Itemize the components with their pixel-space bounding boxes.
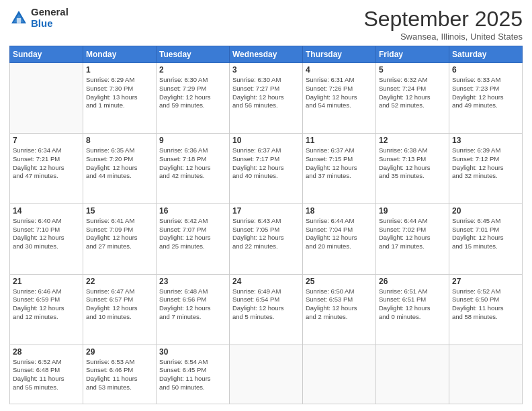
cell-info: Sunrise: 6:50 AMSunset: 6:53 PMDaylight:…: [306, 287, 373, 322]
cell-info: Sunrise: 6:38 AMSunset: 7:13 PMDaylight:…: [379, 146, 446, 181]
cell-info: Sunrise: 6:34 AMSunset: 7:21 PMDaylight:…: [13, 146, 80, 181]
calendar-cell: 16Sunrise: 6:42 AMSunset: 7:07 PMDayligh…: [157, 203, 230, 274]
day-number: 10: [232, 136, 300, 145]
calendar-cell: 26Sunrise: 6:51 AMSunset: 6:51 PMDayligh…: [376, 274, 449, 345]
week-row-1: 1Sunrise: 6:29 AMSunset: 7:30 PMDaylight…: [10, 63, 523, 134]
week-row-5: 28Sunrise: 6:52 AMSunset: 6:48 PMDayligh…: [10, 345, 523, 404]
day-number: 25: [306, 277, 373, 286]
calendar-cell: 15Sunrise: 6:41 AMSunset: 7:09 PMDayligh…: [83, 203, 157, 274]
cell-info: Sunrise: 6:47 AMSunset: 6:57 PMDaylight:…: [86, 287, 153, 322]
weekday-header-thursday: Thursday: [303, 46, 376, 63]
calendar-cell: [230, 345, 303, 404]
day-number: 12: [379, 136, 446, 145]
cell-info: Sunrise: 6:44 AMSunset: 7:04 PMDaylight:…: [306, 217, 373, 251]
calendar-cell: 29Sunrise: 6:53 AMSunset: 6:46 PMDayligh…: [83, 345, 157, 404]
calendar-cell: 9Sunrise: 6:36 AMSunset: 7:18 PMDaylight…: [157, 133, 230, 203]
calendar-cell: 17Sunrise: 6:43 AMSunset: 7:05 PMDayligh…: [230, 203, 303, 274]
cell-info: Sunrise: 6:42 AMSunset: 7:07 PMDaylight:…: [159, 217, 226, 251]
cell-info: Sunrise: 6:41 AMSunset: 7:09 PMDaylight:…: [86, 217, 153, 251]
day-number: 26: [379, 277, 446, 286]
calendar-cell: 10Sunrise: 6:37 AMSunset: 7:17 PMDayligh…: [230, 133, 303, 203]
calendar-cell: [376, 345, 449, 404]
cell-info: Sunrise: 6:44 AMSunset: 7:02 PMDaylight:…: [379, 217, 446, 251]
header-row: SundayMondayTuesdayWednesdayThursdayFrid…: [10, 46, 523, 63]
cell-info: Sunrise: 6:48 AMSunset: 6:56 PMDaylight:…: [159, 287, 226, 322]
weekday-header-saturday: Saturday: [449, 46, 523, 63]
cell-info: Sunrise: 6:39 AMSunset: 7:12 PMDaylight:…: [452, 146, 519, 181]
cell-info: Sunrise: 6:31 AMSunset: 7:26 PMDaylight:…: [306, 76, 373, 110]
day-number: 2: [159, 65, 226, 75]
page: General Blue September 2025 Swansea, Ill…: [0, 0, 532, 411]
calendar-cell: 21Sunrise: 6:46 AMSunset: 6:59 PMDayligh…: [10, 274, 83, 345]
cell-info: Sunrise: 6:30 AMSunset: 7:29 PMDaylight:…: [159, 76, 226, 110]
cell-info: Sunrise: 6:36 AMSunset: 7:18 PMDaylight:…: [159, 146, 226, 181]
cell-info: Sunrise: 6:53 AMSunset: 6:46 PMDaylight:…: [86, 358, 153, 392]
logo: General Blue: [9, 7, 69, 29]
cell-info: Sunrise: 6:40 AMSunset: 7:10 PMDaylight:…: [13, 217, 80, 251]
cell-info: Sunrise: 6:33 AMSunset: 7:23 PMDaylight:…: [452, 76, 519, 110]
weekday-header-friday: Friday: [376, 46, 449, 63]
location: Swansea, Illinois, United States: [363, 32, 523, 42]
day-number: 4: [306, 65, 373, 75]
cell-info: Sunrise: 6:43 AMSunset: 7:05 PMDaylight:…: [232, 217, 300, 251]
logo-general-text: General: [31, 7, 69, 18]
week-row-4: 21Sunrise: 6:46 AMSunset: 6:59 PMDayligh…: [10, 274, 523, 345]
day-number: 17: [232, 206, 300, 216]
calendar-cell: 7Sunrise: 6:34 AMSunset: 7:21 PMDaylight…: [10, 133, 83, 203]
calendar-cell: 2Sunrise: 6:30 AMSunset: 7:29 PMDaylight…: [157, 63, 230, 134]
calendar-cell: 6Sunrise: 6:33 AMSunset: 7:23 PMDaylight…: [449, 63, 523, 134]
calendar-cell: 24Sunrise: 6:49 AMSunset: 6:54 PMDayligh…: [230, 274, 303, 345]
weekday-header-tuesday: Tuesday: [157, 46, 230, 63]
header-right: September 2025 Swansea, Illinois, United…: [363, 7, 523, 42]
day-number: 7: [13, 136, 80, 145]
day-number: 22: [86, 277, 153, 286]
day-number: 21: [13, 277, 80, 286]
calendar-cell: 23Sunrise: 6:48 AMSunset: 6:56 PMDayligh…: [157, 274, 230, 345]
cell-info: Sunrise: 6:51 AMSunset: 6:51 PMDaylight:…: [379, 287, 446, 322]
logo-text: General Blue: [31, 7, 69, 29]
cell-info: Sunrise: 6:52 AMSunset: 6:48 PMDaylight:…: [13, 358, 80, 392]
cell-info: Sunrise: 6:49 AMSunset: 6:54 PMDaylight:…: [232, 287, 300, 322]
calendar-cell: 20Sunrise: 6:45 AMSunset: 7:01 PMDayligh…: [449, 203, 523, 274]
day-number: 3: [232, 65, 300, 75]
day-number: 18: [306, 206, 373, 216]
day-number: 24: [232, 277, 300, 286]
day-number: 15: [86, 206, 153, 216]
day-number: 20: [452, 206, 519, 216]
calendar-cell: 14Sunrise: 6:40 AMSunset: 7:10 PMDayligh…: [10, 203, 83, 274]
calendar-cell: 5Sunrise: 6:32 AMSunset: 7:24 PMDaylight…: [376, 63, 449, 134]
top-section: General Blue September 2025 Swansea, Ill…: [9, 7, 523, 42]
day-number: 27: [452, 277, 519, 286]
cell-info: Sunrise: 6:54 AMSunset: 6:45 PMDaylight:…: [159, 358, 226, 392]
calendar-cell: 1Sunrise: 6:29 AMSunset: 7:30 PMDaylight…: [83, 63, 157, 134]
calendar-cell: 11Sunrise: 6:37 AMSunset: 7:15 PMDayligh…: [303, 133, 376, 203]
cell-info: Sunrise: 6:37 AMSunset: 7:17 PMDaylight:…: [232, 146, 300, 181]
day-number: 23: [159, 277, 226, 286]
calendar-cell: 19Sunrise: 6:44 AMSunset: 7:02 PMDayligh…: [376, 203, 449, 274]
calendar-cell: [303, 345, 376, 404]
day-number: 9: [159, 136, 226, 145]
day-number: 30: [159, 347, 226, 357]
weekday-header-sunday: Sunday: [10, 46, 83, 63]
cell-info: Sunrise: 6:37 AMSunset: 7:15 PMDaylight:…: [306, 146, 373, 181]
calendar-cell: 4Sunrise: 6:31 AMSunset: 7:26 PMDaylight…: [303, 63, 376, 134]
day-number: 1: [86, 65, 153, 75]
day-number: 19: [379, 206, 446, 216]
cell-info: Sunrise: 6:52 AMSunset: 6:50 PMDaylight:…: [452, 287, 519, 322]
day-number: 8: [86, 136, 153, 145]
day-number: 13: [452, 136, 519, 145]
calendar-cell: 3Sunrise: 6:30 AMSunset: 7:27 PMDaylight…: [230, 63, 303, 134]
week-row-2: 7Sunrise: 6:34 AMSunset: 7:21 PMDaylight…: [10, 133, 523, 203]
weekday-header-monday: Monday: [83, 46, 157, 63]
calendar-cell: 18Sunrise: 6:44 AMSunset: 7:04 PMDayligh…: [303, 203, 376, 274]
calendar: SundayMondayTuesdayWednesdayThursdayFrid…: [9, 46, 523, 404]
cell-info: Sunrise: 6:30 AMSunset: 7:27 PMDaylight:…: [232, 76, 300, 110]
logo-blue-text: Blue: [31, 18, 69, 30]
day-number: 28: [13, 347, 80, 357]
logo-icon: [9, 9, 28, 28]
cell-info: Sunrise: 6:32 AMSunset: 7:24 PMDaylight:…: [379, 76, 446, 110]
calendar-cell: [10, 63, 83, 134]
day-number: 29: [86, 347, 153, 357]
day-number: 5: [379, 65, 446, 75]
day-number: 11: [306, 136, 373, 145]
